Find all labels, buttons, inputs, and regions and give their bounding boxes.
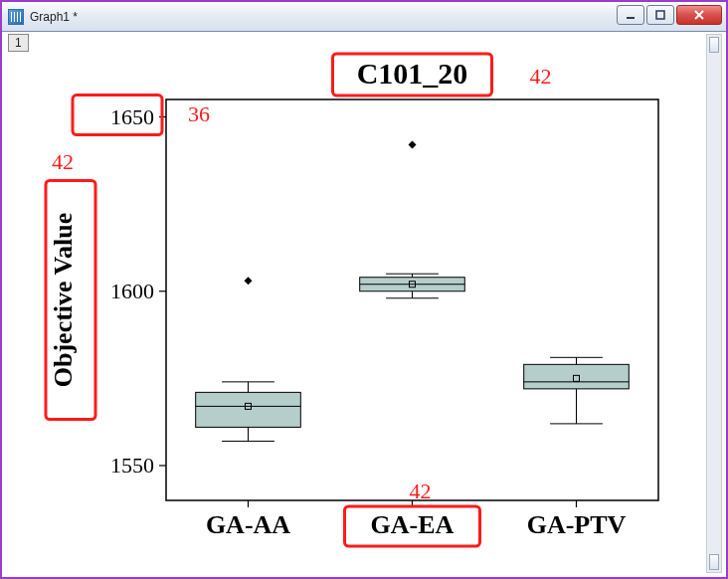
y-axis-label: Objective Value (49, 213, 78, 388)
plot-frame (166, 99, 658, 500)
xtick-label: GA-PTV (527, 510, 627, 539)
maximize-button[interactable] (646, 5, 674, 25)
annotation-label: 36 (188, 101, 210, 126)
window-title: Graph1 * (30, 10, 78, 24)
window-titlebar: Graph1 * (2, 2, 726, 32)
window-controls (617, 5, 722, 25)
minimize-button[interactable] (617, 5, 644, 25)
outlier (245, 277, 253, 285)
ytick-label: 1650 (110, 104, 154, 129)
annotation-label: 42 (52, 149, 74, 174)
chart: 155016001650GA-AAGA-EAGA-PTVC101_20Objec… (22, 48, 698, 565)
outlier (409, 141, 417, 149)
chart-title: C101_20 (357, 57, 468, 90)
annotation-label: 42 (410, 479, 432, 503)
box (196, 392, 301, 427)
close-button[interactable] (676, 5, 722, 25)
vertical-scrollbar[interactable] (706, 34, 722, 573)
svg-rect-1 (656, 11, 664, 19)
ytick-label: 1550 (110, 453, 154, 478)
app-icon (8, 9, 24, 25)
chart-svg: 155016001650GA-AAGA-EAGA-PTVC101_20Objec… (22, 48, 698, 565)
box (524, 364, 630, 389)
xtick-label: GA-AA (206, 510, 290, 539)
annotation-label: 42 (530, 64, 552, 89)
ytick-label: 1600 (110, 279, 154, 303)
xtick-label: GA-EA (371, 510, 455, 539)
